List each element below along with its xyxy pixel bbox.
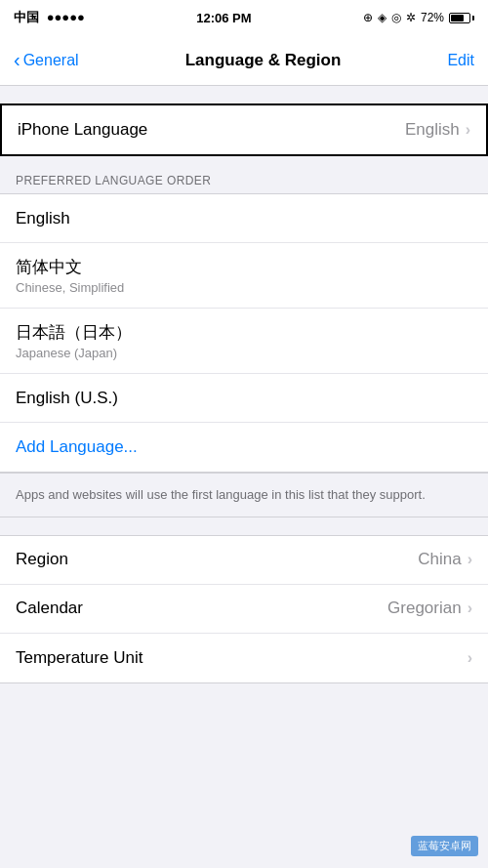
- edit-button[interactable]: Edit: [447, 52, 474, 69]
- battery-icon: [449, 13, 474, 23]
- nav-bar: ‹ General Language & Region Edit: [0, 35, 488, 86]
- temperature-row[interactable]: Temperature Unit ›: [0, 634, 488, 682]
- list-item[interactable]: English: [0, 194, 488, 243]
- temperature-label: Temperature Unit: [16, 648, 142, 668]
- add-language-row[interactable]: Add Language...: [0, 423, 488, 472]
- language-primary-3: English (U.S.): [16, 389, 118, 408]
- status-bar: 中国 ●●●●● 12:06 PM ⊕ ◈ ◎ ✲ 72%: [0, 0, 488, 35]
- status-icons: ⊕ ◈ ◎ ✲ 72%: [363, 11, 474, 24]
- chevron-icon: ›: [468, 649, 472, 667]
- language-secondary-1: Chinese, Simplified: [16, 280, 124, 295]
- bluetooth-icon: ✲: [406, 11, 416, 24]
- iphone-language-card: iPhone Language English ›: [0, 103, 488, 156]
- add-language-label: Add Language...: [16, 437, 138, 457]
- calendar-row[interactable]: Calendar Gregorian ›: [0, 585, 488, 634]
- region-section: Region China › Calendar Gregorian › Temp…: [0, 535, 488, 683]
- region-label: Region: [16, 550, 68, 569]
- list-item[interactable]: 日本語（日本） Japanese (Japan): [0, 309, 488, 374]
- section-header-preferred: PREFERRED LANGUAGE ORDER: [0, 174, 488, 193]
- language-secondary-2: Japanese (Japan): [16, 346, 132, 360]
- carrier-label: 中国 ●●●●●: [14, 9, 85, 26]
- battery-label: 72%: [421, 11, 444, 24]
- alarm-icon: ◎: [391, 11, 401, 24]
- location-icon: ⊕: [363, 11, 373, 24]
- time-label: 12:06 PM: [196, 11, 251, 25]
- list-item[interactable]: 简体中文 Chinese, Simplified: [0, 243, 488, 309]
- iphone-language-row[interactable]: iPhone Language English ›: [2, 105, 486, 154]
- preferred-language-section: PREFERRED LANGUAGE ORDER English 简体中文 Ch…: [0, 174, 488, 517]
- iphone-language-value: English: [405, 120, 460, 140]
- chevron-icon: ›: [468, 551, 472, 568]
- back-arrow-icon: ‹: [14, 50, 20, 69]
- compass-icon: ◈: [378, 11, 386, 24]
- watermark: 蓝莓安卓网: [411, 836, 478, 856]
- page-title: Language & Region: [185, 51, 342, 70]
- chevron-icon: ›: [466, 121, 470, 139]
- region-value: China: [418, 550, 461, 569]
- calendar-label: Calendar: [16, 599, 83, 618]
- calendar-value: Gregorian: [387, 599, 462, 618]
- preferred-language-list: English 简体中文 Chinese, Simplified 日本語（日本）…: [0, 193, 488, 473]
- list-item[interactable]: English (U.S.): [0, 374, 488, 423]
- language-primary-0: English: [16, 209, 70, 228]
- chevron-icon: ›: [468, 599, 472, 617]
- region-list: Region China › Calendar Gregorian › Temp…: [0, 535, 488, 683]
- language-primary-1: 简体中文: [16, 256, 124, 278]
- back-button[interactable]: ‹ General: [14, 51, 79, 69]
- region-row[interactable]: Region China ›: [0, 536, 488, 585]
- iphone-language-label: iPhone Language: [18, 120, 147, 140]
- language-info-box: Apps and websites will use the first lan…: [0, 473, 488, 517]
- back-label: General: [23, 52, 79, 69]
- language-primary-2: 日本語（日本）: [16, 321, 132, 344]
